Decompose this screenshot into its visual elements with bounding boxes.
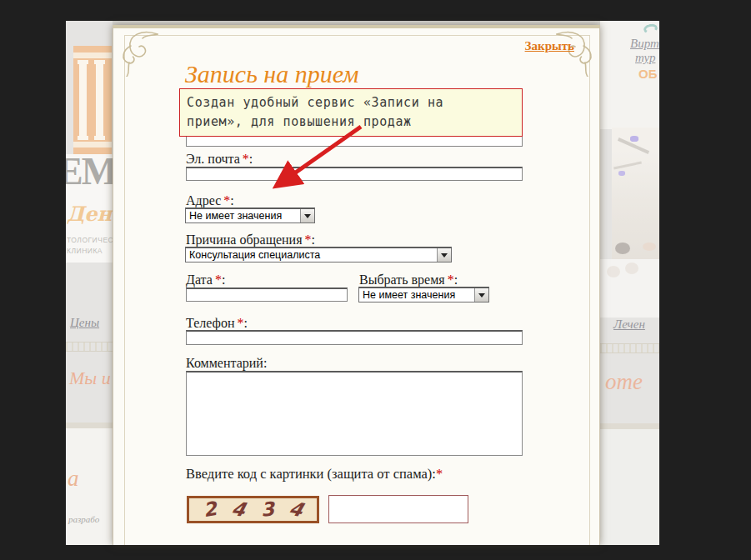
address-label: Адрес*:	[186, 194, 234, 208]
captcha-input[interactable]	[328, 495, 468, 523]
hearts-artwork	[600, 259, 659, 318]
treatment-link: Лечен	[613, 318, 645, 331]
reason-select[interactable]: Консультация специалиста	[185, 247, 452, 262]
address-select[interactable]: Не имеет значения	[185, 208, 315, 223]
footer-fragment: разрабо	[68, 515, 99, 524]
corner-flourish-icon	[119, 28, 163, 77]
lower-section	[600, 429, 659, 545]
word-fragment: оте	[605, 371, 643, 393]
comment-textarea[interactable]	[186, 371, 523, 456]
equipment-heading-fragment: ОБ	[638, 68, 657, 80]
prices-link: Цены	[70, 317, 99, 329]
comment-label: Комментарий:	[186, 357, 267, 370]
email-input[interactable]	[186, 167, 523, 181]
email-label: Эл. почта*:	[186, 152, 253, 166]
logo-background	[66, 154, 113, 262]
section-divider	[66, 422, 113, 428]
reason-label: Причина обращения*:	[186, 233, 315, 247]
columns-artwork	[73, 46, 112, 154]
right-top-panel	[600, 21, 659, 129]
heading-fragment: Мы и	[69, 369, 111, 388]
phone-label: Телефон*:	[186, 317, 248, 330]
appointment-modal: Закрыть Запись на прием Создан удобный с…	[113, 25, 600, 545]
clinic-logo-script: Дент	[67, 204, 113, 224]
letter-fragment: а	[68, 468, 79, 490]
background-left-strip: ЕМЬ Дент ТОЛОГИЧЕС КЛИНИКА Цены Мы и а р…	[66, 21, 113, 545]
date-input[interactable]	[186, 288, 348, 302]
captcha-caption: Введите код с картинки (защита от спама)…	[186, 468, 443, 482]
clinic-subtitle: ТОЛОГИЧЕС КЛИНИКА	[67, 235, 113, 257]
virtual-tour-link-line2: тур	[635, 52, 655, 64]
time-label: Выбрать время*:	[359, 273, 458, 287]
virtual-tour-logo-icon	[643, 22, 658, 34]
captcha-image: 2 4 3 4	[187, 496, 319, 523]
date-label: Дата*:	[186, 273, 225, 287]
clinic-logo-text: ЕМЬ	[66, 152, 113, 191]
close-button[interactable]: Закрыть	[525, 40, 574, 52]
chevron-down-icon[interactable]	[437, 248, 451, 262]
section-divider	[600, 423, 659, 429]
greek-border	[66, 342, 113, 352]
chevron-down-icon[interactable]	[300, 209, 314, 222]
virtual-tour-link-line1: Вирт	[630, 38, 659, 50]
greek-border	[600, 343, 659, 353]
chevron-down-icon[interactable]	[474, 288, 488, 302]
dental-office-photo	[612, 128, 659, 259]
corner-flourish-icon	[552, 28, 595, 77]
screen: ЕМЬ Дент ТОЛОГИЧЕС КЛИНИКА Цены Мы и а р…	[0, 0, 751, 560]
promo-tooltip: Создан удобный сервис «Записи на прием»,…	[179, 88, 523, 137]
background-right-strip: Вирт тур ОБ Лечен оте	[600, 21, 659, 545]
modal-title: Запись на прием	[185, 60, 358, 88]
phone-input[interactable]	[186, 330, 523, 345]
time-select[interactable]: Не имеет значения	[358, 287, 489, 302]
lower-section	[66, 428, 113, 545]
